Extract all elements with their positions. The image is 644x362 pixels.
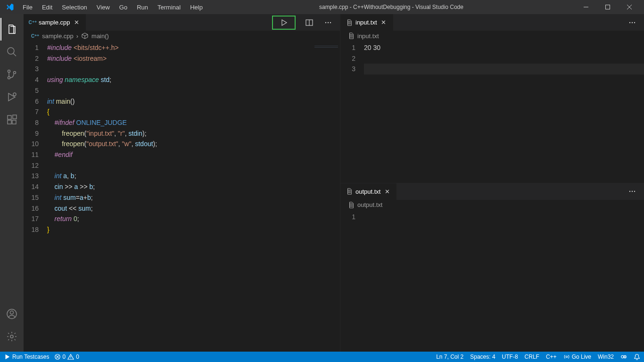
chevron-right-icon: ›: [76, 33, 78, 40]
svg-rect-6: [8, 115, 11, 119]
svg-point-5: [13, 93, 16, 96]
warning-count: 0: [76, 354, 79, 360]
svg-point-1: [8, 48, 14, 54]
file-icon: [348, 33, 355, 39]
window-controls: [575, 0, 640, 14]
run-testcases-button[interactable]: Run Testcases: [4, 354, 50, 360]
error-count: 0: [63, 354, 66, 360]
more-actions-button[interactable]: [627, 17, 637, 28]
tab-label: output.txt: [355, 188, 380, 195]
breadcrumb-output[interactable]: output.txt: [340, 200, 644, 210]
code-editor-left[interactable]: 123456789101112131415161718 #include <bi…: [24, 41, 340, 352]
tab-label: input.txt: [355, 19, 377, 26]
close-icon[interactable]: ✕: [380, 19, 388, 26]
svg-point-17: [629, 22, 630, 23]
menu-item-file[interactable]: File: [18, 2, 37, 13]
file-icon: [348, 202, 355, 208]
svg-point-11: [10, 311, 14, 314]
problems-button[interactable]: 0 0: [54, 354, 79, 360]
breadcrumb-symbol: main(): [91, 33, 109, 40]
code-editor-output[interactable]: 1: [340, 210, 644, 352]
feedback-button[interactable]: [620, 354, 627, 360]
run-debug-activity-icon[interactable]: [0, 86, 23, 108]
settings-activity-icon[interactable]: [0, 325, 23, 348]
close-button[interactable]: [619, 0, 640, 14]
close-icon[interactable]: ✕: [73, 19, 80, 26]
breadcrumb-file: sample.cpp: [42, 33, 73, 40]
svg-point-22: [634, 191, 635, 192]
more-actions-button[interactable]: [627, 186, 637, 197]
status-bar: Run Testcases 0 0 Ln 7, Col 2 Spaces: 4 …: [0, 352, 644, 362]
editor-output-txt: output.txt ✕ output.txt 1: [340, 183, 644, 352]
search-activity-icon[interactable]: [0, 41, 23, 63]
editor-group-right: input.txt ✕ input.txt 123 20 30: [340, 14, 644, 352]
notifications-button[interactable]: [634, 354, 640, 360]
main-content: C⁺⁺ sample.cpp ✕ C⁺⁺ sample.cpp › main(): [0, 14, 644, 352]
indentation-button[interactable]: Spaces: 4: [470, 354, 495, 360]
eol-button[interactable]: CRLF: [525, 354, 539, 360]
encoding-button[interactable]: UTF-8: [502, 354, 518, 360]
editor-group-left: C⁺⁺ sample.cpp ✕ C⁺⁺ sample.cpp › main(): [24, 14, 340, 352]
extensions-activity-icon[interactable]: [0, 108, 23, 131]
svg-rect-7: [8, 120, 11, 124]
svg-point-4: [14, 72, 16, 74]
svg-rect-9: [13, 115, 17, 119]
svg-point-14: [325, 22, 326, 23]
breadcrumb-file: output.txt: [357, 201, 382, 208]
file-icon: [346, 188, 353, 195]
menu-item-help[interactable]: Help: [185, 2, 207, 13]
svg-point-24: [566, 356, 568, 358]
source-control-activity-icon[interactable]: [0, 63, 23, 86]
breadcrumb-file: input.txt: [357, 33, 379, 40]
platform-button[interactable]: Win32: [598, 354, 614, 360]
accounts-activity-icon[interactable]: [0, 303, 23, 325]
explorer-activity-icon[interactable]: [0, 18, 23, 41]
language-button[interactable]: C++: [546, 354, 557, 360]
tab-row-input: input.txt ✕: [340, 14, 644, 31]
svg-point-3: [8, 77, 10, 79]
cursor-position[interactable]: Ln 7, Col 2: [436, 354, 463, 360]
tab-output-txt[interactable]: output.txt ✕: [340, 183, 396, 200]
menu-item-view[interactable]: View: [92, 2, 115, 13]
line-numbers: 123456789101112131415161718: [24, 41, 47, 352]
close-icon[interactable]: ✕: [383, 188, 391, 195]
vscode-logo-icon: [6, 3, 14, 11]
run-button-highlight: [272, 16, 296, 30]
breadcrumb-left[interactable]: C⁺⁺ sample.cpp › main(): [24, 31, 340, 41]
tab-label: sample.cpp: [39, 19, 70, 26]
file-icon: [346, 19, 353, 26]
svg-point-16: [330, 22, 331, 23]
code-content[interactable]: 20 30: [364, 41, 644, 183]
menu-item-terminal[interactable]: Terminal: [153, 2, 185, 13]
more-actions-button[interactable]: [323, 17, 333, 28]
tab-row-output: output.txt ✕: [340, 183, 644, 200]
svg-rect-8: [12, 120, 16, 124]
line-numbers: 1: [340, 210, 364, 352]
run-button[interactable]: [279, 17, 289, 28]
window-title: sample.cpp - C++WithoutDebugging - Visua…: [207, 4, 575, 10]
code-content[interactable]: [364, 210, 644, 352]
activity-bar: [0, 14, 24, 352]
split-editor-button[interactable]: [304, 17, 314, 28]
svg-point-20: [629, 191, 630, 192]
menu-item-run[interactable]: Run: [132, 2, 153, 13]
menu-item-go[interactable]: Go: [115, 2, 132, 13]
line-numbers: 123: [340, 41, 364, 183]
tab-sample-cpp[interactable]: C⁺⁺ sample.cpp ✕: [24, 14, 86, 31]
cube-icon: [81, 32, 89, 40]
minimap[interactable]: [312, 41, 340, 352]
minimize-button[interactable]: [575, 0, 597, 14]
code-content[interactable]: #include <bits/stdc++.h>#include <iostre…: [47, 41, 312, 352]
run-testcases-label: Run Testcases: [12, 354, 50, 360]
editor-area: C⁺⁺ sample.cpp ✕ C⁺⁺ sample.cpp › main(): [24, 14, 644, 352]
breadcrumb-input[interactable]: input.txt: [340, 31, 644, 41]
golive-button[interactable]: Go Live: [563, 354, 591, 360]
maximize-button[interactable]: [597, 0, 619, 14]
tab-row-left: C⁺⁺ sample.cpp ✕: [24, 14, 340, 31]
svg-point-2: [8, 70, 10, 73]
menu-item-edit[interactable]: Edit: [37, 2, 57, 13]
tab-input-txt[interactable]: input.txt ✕: [340, 14, 393, 31]
menu-item-selection[interactable]: Selection: [57, 2, 91, 13]
menu-bar: FileEditSelectionViewGoRunTerminalHelp: [18, 2, 207, 13]
code-editor-input[interactable]: 123 20 30: [340, 41, 644, 183]
